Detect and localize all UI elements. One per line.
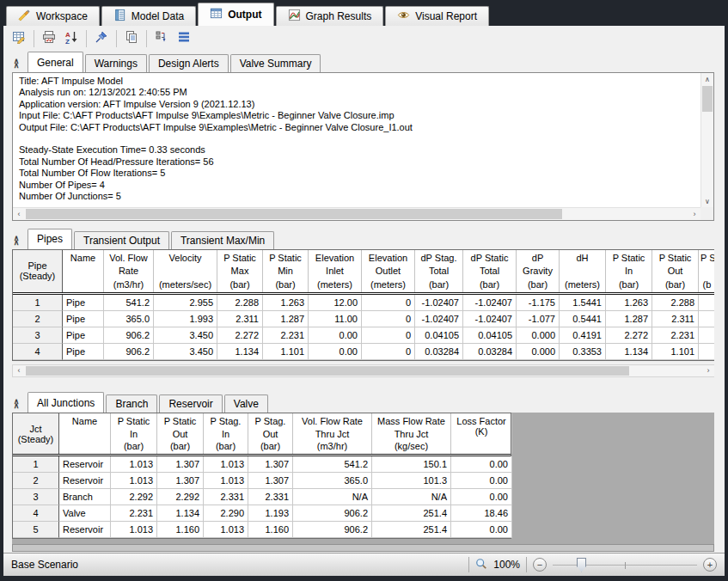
cell: Reservoir [59, 456, 111, 473]
cell: 0.00 [451, 489, 512, 505]
cell: -1.02407 [415, 311, 463, 327]
transfer-results-button[interactable] [150, 28, 173, 49]
edit-table-icon [12, 30, 26, 47]
pipes-horizontal-scrollbar[interactable]: ‹ › [12, 364, 714, 377]
main-tab-workspace[interactable]: Workspace [6, 6, 100, 26]
zoom-percent-label: 100% [493, 559, 520, 571]
cell: 1.307 [157, 456, 204, 473]
tab-label: Model Data [132, 10, 184, 22]
print-button[interactable] [38, 28, 60, 49]
scroll-left-icon[interactable]: ‹ [13, 208, 25, 220]
graph-results-icon [288, 9, 301, 24]
cell: 11.00 [309, 311, 362, 327]
general-tab-valve-summary[interactable]: Valve Summary [230, 54, 321, 72]
general-tab-general[interactable]: General [28, 52, 83, 72]
status-bar: Base Scenario 100% − + [3, 553, 725, 576]
general-tab-row: ∧∧GeneralWarningsDesign AlertsValve Summ… [3, 52, 725, 72]
row-header: 4 [13, 505, 59, 522]
zoom-out-button[interactable]: − [533, 558, 547, 572]
tab-label: Workspace [36, 10, 88, 22]
output-control-button[interactable] [8, 28, 30, 49]
pipes-tab-pipes[interactable]: Pipes [28, 229, 72, 249]
separator [34, 30, 34, 47]
cell: 1.013 [204, 522, 248, 538]
scroll-up-icon[interactable]: ∧ [701, 73, 713, 85]
column-header: P StaticOut(bar) [157, 413, 204, 454]
row-header: 5 [13, 522, 59, 538]
cell: -1.02407 [463, 295, 517, 311]
column-header: Mass Flow RateThru Jct(kg/sec) [372, 413, 451, 454]
cell: 0 [362, 311, 415, 327]
rows-icon [177, 30, 191, 47]
main-tab-output[interactable]: Output [198, 3, 273, 26]
cell: 1.013 [111, 456, 157, 473]
row-header: 2 [13, 473, 59, 489]
pipes-table-row: 1Pipe541.22.9552.2881.26312.000-1.02407-… [13, 295, 714, 311]
report-line: Number Of Pipes= 4 [19, 180, 700, 191]
cell: 541.2 [293, 456, 372, 473]
column-header: P Stag.Out(bar) [248, 413, 293, 454]
zoom-slider[interactable] [553, 558, 697, 572]
column-header: Velocity(meters/sec) [154, 250, 217, 292]
cell: 2.231 [111, 505, 157, 522]
cell: 1.5441 [560, 295, 606, 311]
pin-button[interactable] [90, 28, 113, 49]
column-header: Name [63, 250, 104, 292]
cell: 1.263 [606, 295, 652, 311]
cell: 1.307 [248, 456, 293, 473]
junctions-table-row: 3Branch2.2922.2922.3312.331N/AN/A0.00 [13, 489, 511, 505]
scroll-right-icon[interactable]: › [702, 365, 714, 376]
report-line: Number Of Junctions= 5 [19, 191, 700, 202]
cell: Pipe [63, 311, 104, 327]
column-header: Name [59, 413, 111, 454]
column-header: dH(meters) [560, 250, 606, 292]
junctions-tab-branch[interactable]: Branch [106, 394, 157, 413]
scroll-right-icon[interactable]: › [688, 208, 700, 220]
general-horizontal-scrollbar[interactable]: ‹ › [13, 207, 700, 220]
cell: 0.04105 [415, 327, 463, 344]
general-vertical-scrollbar[interactable]: ∧ ∨ [700, 73, 713, 207]
wrap-rows-button[interactable] [173, 28, 195, 49]
column-header: ElevationInlet(meters) [309, 250, 362, 292]
cell: 906.2 [293, 505, 372, 522]
general-tab-design-alerts[interactable]: Design Alerts [149, 54, 229, 72]
column-header: P StaticIn(bar) [606, 250, 652, 292]
main-tab-model-data[interactable]: Model Data [101, 6, 196, 26]
junctions-tab-reservoir[interactable]: Reservoir [159, 394, 222, 413]
cell: 1.263 [263, 295, 309, 311]
scroll-thumb[interactable] [702, 86, 713, 112]
junctions-tab-valve[interactable]: Valve [224, 394, 268, 413]
cell: 1.134 [217, 344, 263, 360]
cell: 2.231 [652, 327, 699, 344]
scroll-thumb[interactable] [26, 209, 562, 219]
junctions-horizontal-scrollbar[interactable] [12, 544, 714, 552]
junctions-tab-all-junctions[interactable]: All Junctions [28, 392, 104, 413]
svg-text:Z: Z [65, 38, 70, 45]
main-tab-graph-results[interactable]: Graph Results [276, 6, 384, 26]
copy-button[interactable] [120, 28, 143, 49]
scroll-down-icon[interactable]: ∨ [701, 195, 713, 207]
scroll-left-icon[interactable]: ‹ [13, 365, 25, 376]
general-tab-warnings[interactable]: Warnings [85, 54, 147, 72]
pipes-tab-transient-output[interactable]: Transient Output [74, 231, 169, 249]
cell: 1.287 [606, 311, 652, 327]
collapse-section-button[interactable]: ∧∧ [9, 55, 24, 72]
collapse-section-button[interactable]: ∧∧ [9, 232, 24, 249]
table-header-row: Jct(Steady)NameP StaticIn(bar)P StaticOu… [13, 413, 511, 456]
zoom-in-button[interactable]: + [703, 558, 717, 572]
sort-button[interactable]: AZ [60, 28, 83, 49]
row-header: 3 [13, 489, 59, 505]
output-toolbar: AZ [3, 26, 725, 52]
printer-icon [42, 30, 56, 47]
scroll-thumb[interactable] [26, 366, 629, 376]
main-tab-visual-report[interactable]: Visual Report [385, 6, 489, 26]
table-header-row: Pipe(Steady)NameVol. FlowRate(m3/hr)Velo… [13, 250, 714, 295]
collapse-section-button[interactable]: ∧∧ [9, 395, 24, 413]
zoom-slider-thumb[interactable] [577, 558, 586, 572]
cell: 1.160 [248, 522, 293, 538]
cell: Valve [59, 505, 111, 522]
cell: 1.101 [263, 344, 309, 360]
cell: 2.288 [652, 295, 699, 311]
pipes-tab-transient-max-min[interactable]: Transient Max/Min [171, 231, 274, 249]
cell: 1.101 [652, 344, 699, 360]
